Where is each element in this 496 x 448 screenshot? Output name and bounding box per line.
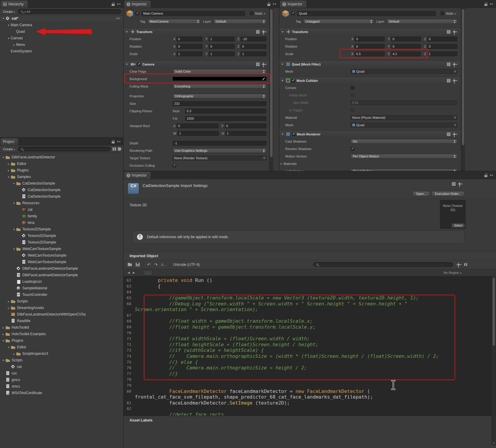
- checkbox-inflate-mesh[interactable]: [351, 93, 354, 97]
- tree-item[interactable]: CatDetectionSample: [0, 193, 123, 200]
- component-enabled-checkbox[interactable]: [291, 79, 295, 82]
- foldout-arrow[interactable]: [12, 202, 16, 205]
- enabled-checkbox[interactable]: [291, 12, 295, 15]
- tree-item[interactable]: WebCamTextureSample: [0, 252, 123, 259]
- scene-row[interactable]: cat*: [0, 15, 123, 22]
- gear-icon[interactable]: [263, 63, 264, 65]
- create-button[interactable]: Create: [2, 147, 16, 152]
- code-text[interactable]: //Debug.Log ("Screen.width " + Screen.wi…: [134, 301, 407, 307]
- tree-item[interactable]: WSATestCertificate: [0, 390, 123, 396]
- lock-icon[interactable]: [112, 2, 115, 6]
- field-x[interactable]: 0: [177, 124, 218, 128]
- code-text[interactable]: // Camera.main.orthographicSize = (width…: [134, 353, 439, 359]
- field-size[interactable]: 232: [173, 101, 266, 106]
- help-icon[interactable]: [447, 63, 450, 66]
- foldout-arrow[interactable]: [1, 17, 5, 20]
- tree-item[interactable]: Main Camera: [0, 22, 123, 28]
- tree-item[interactable]: Samples: [0, 174, 123, 180]
- foldout-arrow[interactable]: [280, 30, 285, 33]
- tree-item[interactable]: HoloToolkit-Examples: [0, 331, 123, 337]
- tree-item[interactable]: ScriptInspector3: [0, 350, 123, 357]
- gear-icon[interactable]: [453, 31, 455, 33]
- scene-menu-icon[interactable]: [116, 17, 123, 20]
- code-text[interactable]: //}: [134, 371, 178, 377]
- tree-item[interactable]: Resources: [0, 200, 123, 206]
- y-field[interactable]: 0: [391, 37, 421, 41]
- code-text[interactable]: //float height = gameObject.transform.lo…: [134, 324, 316, 330]
- dropdown-clear-flags[interactable]: Solid Color: [173, 69, 266, 74]
- scroll-down-icon[interactable]: [492, 441, 496, 444]
- foldout-arrow[interactable]: [12, 228, 16, 231]
- z-field[interactable]: 0: [427, 44, 457, 49]
- y-field[interactable]: 0: [391, 44, 421, 49]
- foldout-arrow[interactable]: [7, 169, 11, 172]
- foldout-arrow[interactable]: [1, 333, 5, 336]
- lock-icon[interactable]: [267, 2, 270, 6]
- component-enabled-checkbox[interactable]: [137, 63, 141, 66]
- field-y[interactable]: 0: [225, 124, 266, 128]
- foldout-arrow[interactable]: [279, 162, 283, 165]
- gear-icon[interactable]: [459, 183, 461, 185]
- camera-header[interactable]: Camera: [124, 60, 269, 68]
- create-button[interactable]: Create: [2, 9, 16, 14]
- tree-item[interactable]: WebCamTextureSample: [0, 259, 123, 265]
- code-text[interactable]: //float width = gameObject.transform.loc…: [134, 318, 313, 324]
- static-toggle[interactable]: Static: [441, 12, 458, 15]
- mesh-collider-header[interactable]: Mesh Collider: [279, 77, 460, 84]
- layer-dropdown[interactable]: Default: [387, 19, 457, 24]
- gear-icon[interactable]: [453, 63, 455, 65]
- column-layout-icon[interactable]: [113, 147, 116, 151]
- x-field[interactable]: 0: [177, 37, 202, 41]
- z-field[interactable]: 0: [241, 44, 266, 49]
- tree-item[interactable]: Menu: [0, 41, 123, 48]
- script-search-input[interactable]: [313, 262, 453, 267]
- help-icon[interactable]: [452, 182, 456, 186]
- checkbox-occlusion-culling[interactable]: [173, 164, 176, 167]
- tab-inspector[interactable]: Inspector: [124, 1, 151, 8]
- tree-item[interactable]: Scripts: [0, 357, 123, 363]
- z-field[interactable]: 1: [241, 51, 266, 56]
- options-icon[interactable]: [464, 263, 467, 266]
- foldout-arrow[interactable]: [1, 156, 5, 159]
- x-field[interactable]: 0: [177, 44, 202, 49]
- enabled-checkbox[interactable]: [135, 12, 139, 15]
- foldout-arrow[interactable]: [12, 43, 16, 46]
- foldout-arrow[interactable]: [7, 24, 11, 27]
- transform-header[interactable]: Transform: [279, 28, 460, 35]
- field-w[interactable]: 1: [177, 131, 219, 136]
- foldout-arrow[interactable]: [125, 30, 129, 33]
- tree-item[interactable]: Editor: [0, 160, 123, 167]
- object-picker-icon[interactable]: [454, 124, 456, 126]
- z-field[interactable]: 1: [427, 51, 457, 56]
- scrollbar-thumb[interactable]: [462, 9, 464, 145]
- help-icon[interactable]: [256, 30, 260, 34]
- tree-item[interactable]: CatDetectionSample: [0, 187, 123, 193]
- toggle-comment-button[interactable]: //...: [161, 263, 166, 266]
- tree-item[interactable]: cat: [0, 206, 123, 213]
- component-enabled-checkbox[interactable]: [292, 132, 295, 136]
- scrollbar[interactable]: [461, 8, 465, 171]
- texture-object-field[interactable]: None (Texture 2D) Select: [440, 200, 466, 229]
- tree-item[interactable]: Canvas: [0, 35, 123, 41]
- checkbox-convex[interactable]: [351, 86, 354, 90]
- transform-header[interactable]: Transform: [124, 28, 269, 35]
- static-checkbox[interactable]: [250, 12, 253, 15]
- z-field[interactable]: -10: [241, 37, 266, 41]
- execution-order-button[interactable]: Execution Order...: [432, 191, 464, 196]
- tree-item[interactable]: Texture2DSample: [0, 226, 123, 232]
- x-field[interactable]: 0: [355, 44, 385, 49]
- code-text[interactable]: frontal_cat_face_svm_filepath, shape_pre…: [134, 394, 373, 400]
- foldout-arrow[interactable]: [7, 37, 11, 40]
- panel-menu-icon[interactable]: [490, 174, 494, 177]
- tree-item[interactable]: HoloToolkit: [0, 324, 123, 331]
- foldout-arrow[interactable]: [1, 359, 5, 362]
- y-field[interactable]: 4.1: [391, 51, 421, 56]
- object-field-mesh[interactable]: Quad: [351, 69, 457, 74]
- tree-item[interactable]: DlibFaceLandmarkDetectorSample: [0, 265, 123, 272]
- nav-back-icon[interactable]: [128, 271, 130, 274]
- tree-item[interactable]: ReadMe: [0, 318, 123, 324]
- tab-hierarchy[interactable]: Hierarchy: [1, 1, 28, 8]
- checkbox-is-trigger[interactable]: [351, 108, 354, 112]
- mesh-renderer-header[interactable]: Mesh Renderer: [279, 130, 460, 138]
- object-picker-icon[interactable]: [263, 157, 265, 159]
